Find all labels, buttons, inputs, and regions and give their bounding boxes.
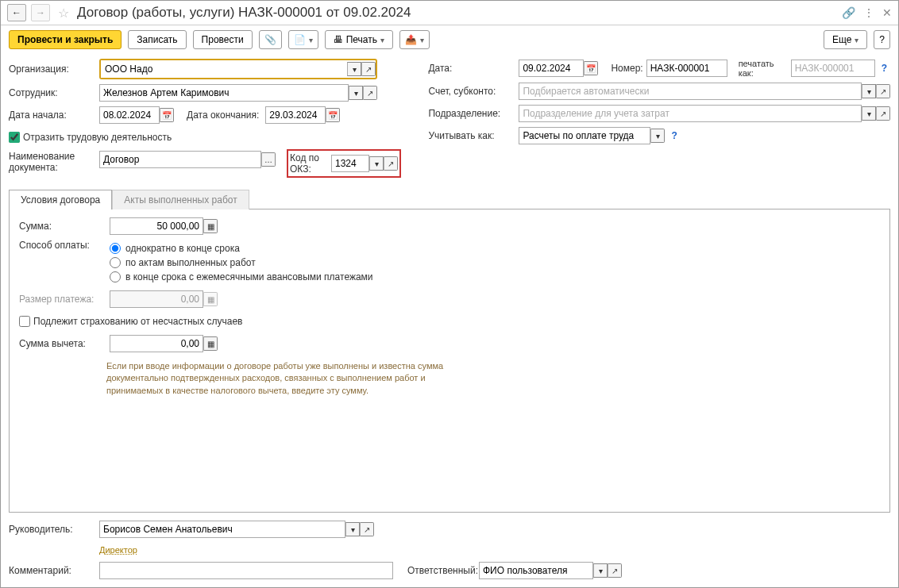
nav-forward-button[interactable]: → bbox=[31, 4, 50, 21]
misc-dropdown-button[interactable]: 📤 ▾ bbox=[399, 30, 430, 49]
manager-open-button[interactable]: ↗ bbox=[360, 522, 374, 536]
employee-open-button[interactable]: ↗ bbox=[363, 86, 377, 100]
deduction-hint: Если при вводе информации о договоре раб… bbox=[19, 357, 464, 397]
attach-button[interactable]: 📎 bbox=[259, 30, 282, 49]
start-date-calendar-button[interactable] bbox=[160, 108, 174, 122]
org-input[interactable] bbox=[101, 60, 347, 78]
tab-terms[interactable]: Условия договора bbox=[9, 190, 112, 209]
org-open-button[interactable]: ↗ bbox=[361, 62, 376, 76]
account-as-input[interactable] bbox=[519, 127, 650, 144]
sum-calc-button[interactable]: ▦ bbox=[203, 219, 218, 233]
org-dropdown-button[interactable]: ▾ bbox=[347, 62, 361, 76]
account-dropdown-button[interactable]: ▾ bbox=[862, 84, 876, 98]
account-as-help-icon[interactable]: ? bbox=[668, 130, 680, 141]
sum-label: Сумма: bbox=[19, 221, 106, 232]
docname-input[interactable] bbox=[99, 151, 261, 168]
okz-label: Код по ОКЗ: bbox=[290, 152, 328, 175]
account-label: Счет, субконто: bbox=[428, 86, 515, 97]
manager-input[interactable] bbox=[99, 521, 345, 538]
sum-input[interactable] bbox=[110, 217, 203, 235]
account-open-button[interactable]: ↗ bbox=[876, 84, 890, 98]
end-date-label: Дата окончания: bbox=[187, 110, 259, 121]
link-icon[interactable]: 🔗 bbox=[842, 6, 855, 19]
paymode-label: Способ оплаты: bbox=[19, 240, 106, 251]
tab-acts[interactable]: Акты выполненных работ bbox=[112, 190, 249, 209]
print-icon: 🖶 bbox=[334, 34, 343, 45]
end-date-calendar-button[interactable] bbox=[326, 108, 340, 122]
date-label: Дата: bbox=[428, 63, 515, 74]
manager-role-link[interactable]: Директор bbox=[99, 545, 137, 555]
comment-input[interactable] bbox=[99, 562, 393, 579]
copy-dropdown-button[interactable]: 📄 ▾ bbox=[288, 30, 318, 49]
paymode-advance-label: в конце срока с ежемесячными авансовыми … bbox=[125, 271, 373, 282]
date-calendar-button[interactable] bbox=[584, 61, 598, 75]
account-input[interactable] bbox=[519, 83, 862, 100]
paymode-acts-radio[interactable] bbox=[110, 257, 121, 268]
printas-input[interactable] bbox=[791, 60, 875, 77]
deduction-calc-button[interactable]: ▦ bbox=[203, 336, 218, 351]
date-input[interactable] bbox=[519, 60, 584, 77]
reflect-activity-label: Отразить трудовую деятельность bbox=[23, 132, 172, 143]
account-as-dropdown-button[interactable]: ▾ bbox=[650, 129, 665, 143]
number-label: Номер: bbox=[611, 63, 642, 74]
nav-back-button[interactable]: ← bbox=[7, 4, 26, 21]
deduction-input[interactable] bbox=[110, 335, 203, 352]
org-label: Организация: bbox=[9, 63, 96, 75]
account-as-label: Учитывать как: bbox=[428, 130, 515, 141]
okz-open-button[interactable]: ↗ bbox=[384, 156, 398, 171]
employee-dropdown-button[interactable]: ▾ bbox=[349, 86, 363, 100]
docname-label: Наименование документа: bbox=[9, 151, 96, 173]
printas-label: печатать как: bbox=[739, 59, 788, 78]
dept-dropdown-button[interactable]: ▾ bbox=[862, 106, 876, 121]
printas-help-icon[interactable]: ? bbox=[878, 63, 890, 74]
insurance-label: Подлежит страхованию от несчастных случа… bbox=[33, 316, 243, 327]
help-button[interactable]: ? bbox=[874, 30, 890, 49]
reflect-activity-checkbox[interactable] bbox=[9, 132, 20, 143]
responsible-input[interactable] bbox=[479, 562, 593, 579]
dept-label: Подразделение: bbox=[428, 108, 515, 119]
end-date-input[interactable] bbox=[265, 106, 326, 124]
manager-dropdown-button[interactable]: ▾ bbox=[345, 522, 360, 536]
close-icon[interactable]: ✕ bbox=[882, 6, 892, 19]
manager-label: Руководитель: bbox=[9, 524, 96, 535]
favorite-star-icon[interactable]: ☆ bbox=[55, 4, 72, 21]
more-button[interactable]: Еще ▾ bbox=[824, 30, 867, 49]
paymode-advance-radio[interactable] bbox=[110, 271, 121, 282]
payment-size-label: Размер платежа: bbox=[19, 294, 106, 305]
emp-label: Сотрудник: bbox=[9, 87, 96, 98]
deduction-label: Сумма вычета: bbox=[19, 338, 106, 349]
dept-open-button[interactable]: ↗ bbox=[876, 106, 890, 121]
start-date-input[interactable] bbox=[99, 106, 160, 124]
payment-size-calc-button: ▦ bbox=[203, 292, 218, 306]
post-close-button[interactable]: Провести и закрыть bbox=[9, 30, 122, 49]
comment-label: Комментарий: bbox=[9, 565, 96, 576]
kebab-menu-icon[interactable]: ⋮ bbox=[863, 6, 874, 19]
start-date-label: Дата начала: bbox=[9, 110, 96, 121]
insurance-checkbox[interactable] bbox=[19, 316, 30, 327]
responsible-open-button[interactable]: ↗ bbox=[608, 563, 622, 578]
docname-picker-button[interactable]: … bbox=[261, 152, 276, 167]
okz-input[interactable] bbox=[331, 155, 369, 172]
responsible-label: Ответственный: bbox=[407, 565, 476, 576]
dept-input[interactable] bbox=[519, 105, 862, 122]
paymode-once-label: однократно в конце срока bbox=[125, 243, 240, 254]
number-input[interactable] bbox=[646, 60, 727, 77]
paymode-acts-label: по актам выполненных работ bbox=[125, 257, 256, 268]
post-button[interactable]: Провести bbox=[193, 30, 253, 49]
okz-dropdown-button[interactable]: ▾ bbox=[369, 156, 384, 171]
responsible-dropdown-button[interactable]: ▾ bbox=[593, 563, 608, 578]
window-title: Договор (работы, услуги) НАЗК-000001 от … bbox=[77, 5, 411, 21]
payment-size-input bbox=[110, 290, 203, 308]
paymode-once-radio[interactable] bbox=[110, 243, 121, 254]
employee-input[interactable] bbox=[99, 84, 349, 102]
print-dropdown-button[interactable]: 🖶 Печать ▾ bbox=[325, 30, 393, 49]
save-button[interactable]: Записать bbox=[128, 30, 186, 49]
